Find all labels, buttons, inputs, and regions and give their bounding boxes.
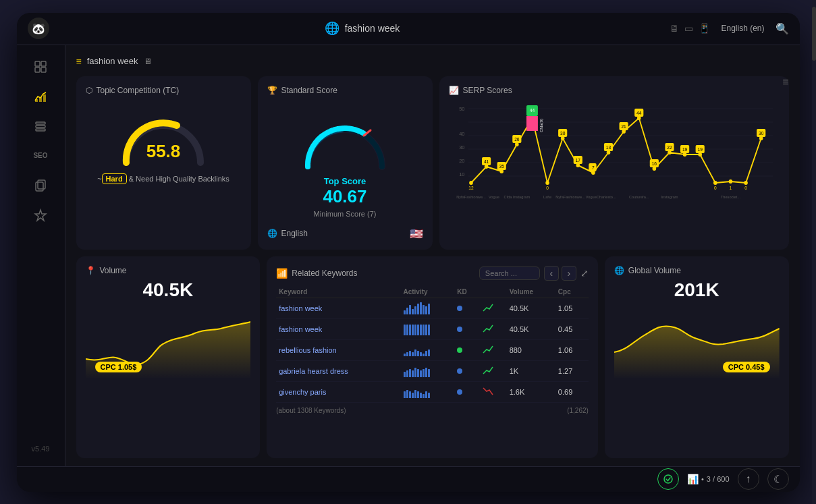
tc-difficulty-label: ~Hard & Need High Quality Backlinks: [97, 173, 229, 184]
kw-kd: [454, 381, 479, 402]
search-icon[interactable]: 🔍: [776, 22, 789, 35]
svg-rect-123: [404, 372, 406, 377]
nav-arrows: ‹ ›: [544, 266, 576, 281]
tablet-view-icon[interactable]: ▭: [684, 23, 693, 34]
svg-rect-97: [414, 306, 416, 314]
svg-text:35: 35: [499, 163, 504, 168]
kw-name[interactable]: givenchy paris: [276, 381, 400, 402]
svg-rect-116: [412, 352, 414, 356]
kw-name[interactable]: gabriela hearst dress: [276, 360, 400, 381]
svg-rect-130: [423, 369, 425, 377]
svg-rect-108: [417, 325, 419, 335]
svg-rect-117: [414, 349, 416, 356]
svg-text:19: 19: [682, 146, 687, 151]
svg-rect-124: [406, 370, 408, 377]
keywords-search: ‹ › ⤢: [479, 266, 589, 281]
svg-text:10: 10: [459, 171, 465, 177]
svg-text:NyfaFashionwe...: NyfaFashionwe...: [555, 194, 585, 198]
svg-text:NyfaFashionwe...: NyfaFashionwe...: [456, 194, 486, 198]
svg-text:17: 17: [575, 157, 580, 162]
svg-rect-106: [412, 325, 414, 335]
svg-point-43: [545, 181, 549, 185]
svg-text:1: 1: [729, 185, 732, 190]
svg-rect-99: [420, 302, 422, 314]
kw-volume: 1.6K: [507, 381, 555, 402]
svg-rect-104: [406, 325, 408, 335]
svg-rect-6: [43, 94, 46, 102]
svg-point-75: [713, 181, 717, 185]
tc-icon: ⬡: [86, 86, 92, 95]
tc-title: ⬡ Topic Competition (TC): [86, 86, 242, 95]
theme-button[interactable]: ☾: [767, 468, 789, 490]
svg-text:VogueCharlesto...: VogueCharlesto...: [585, 194, 616, 198]
kw-volume: 1K: [507, 360, 555, 381]
serp-menu-icon[interactable]: ≡: [782, 76, 788, 88]
svg-rect-7: [36, 122, 45, 124]
svg-rect-3: [41, 67, 46, 72]
kw-name[interactable]: fashion week: [276, 318, 400, 339]
expand-icon[interactable]: ⤢: [580, 268, 589, 279]
kw-cpc: 0.45: [555, 318, 589, 339]
svg-text:Vogue: Vogue: [488, 194, 499, 198]
svg-rect-135: [409, 391, 411, 398]
kw-kd: [454, 360, 479, 381]
col-trend: [480, 286, 507, 298]
ss-footer: 🌐 English 🇺🇸: [267, 227, 423, 240]
kw-activity: [400, 298, 454, 318]
kw-trend: [480, 381, 507, 402]
keywords-footer: (about 1308 Keywords) (1,262): [276, 407, 589, 414]
kw-kd: [454, 318, 479, 339]
svg-rect-11: [38, 180, 45, 189]
save-button[interactable]: [657, 468, 679, 490]
keywords-title: 📶 Related Keywords: [276, 268, 357, 279]
svg-rect-102: [428, 304, 430, 314]
ss-gauge-container: Top Score 40.67 Minimum Score (7): [267, 102, 423, 222]
svg-text:12: 12: [468, 185, 474, 190]
svg-rect-134: [406, 390, 408, 398]
up-button[interactable]: ↑: [738, 468, 759, 490]
keyword-search-input[interactable]: [479, 267, 540, 280]
mobile-view-icon[interactable]: 📱: [699, 23, 710, 34]
svg-rect-0: [35, 61, 40, 66]
svg-text:22: 22: [667, 144, 672, 149]
svg-rect-100: [423, 305, 425, 314]
kw-cpc: 1.06: [555, 339, 589, 360]
svg-rect-93: [404, 310, 406, 314]
svg-rect-120: [423, 354, 425, 356]
kw-cpc: 1.05: [555, 298, 589, 318]
kw-volume: 40.5K: [507, 298, 555, 318]
prev-arrow[interactable]: ‹: [544, 266, 559, 281]
language-label: English (en): [721, 24, 764, 33]
kw-activity: [400, 318, 454, 339]
bottom-bar: 📊 • 3 / 600 ↑ ☾: [17, 466, 800, 492]
svg-text:50: 50: [459, 105, 465, 111]
sidebar-item-copy[interactable]: [26, 172, 55, 199]
kw-name[interactable]: rebellious fashion: [276, 339, 400, 360]
sidebar-item-analytics[interactable]: [26, 83, 55, 110]
svg-rect-127: [414, 368, 416, 377]
content-area: ≡ fashion week 🖥 ⬡ Topic Competition (TC…: [65, 45, 800, 466]
svg-rect-119: [420, 352, 422, 356]
keywords-icon: 📶: [276, 268, 288, 279]
svg-rect-137: [414, 390, 416, 398]
kw-name[interactable]: fashion week: [276, 298, 400, 318]
keywords-header: 📶 Related Keywords ‹ › ⤢: [276, 266, 589, 281]
next-arrow[interactable]: ›: [562, 266, 576, 281]
svg-rect-125: [409, 369, 411, 377]
desktop-view-icon[interactable]: 🖥: [670, 23, 679, 34]
kw-kd: [454, 298, 479, 318]
svg-rect-114: [406, 352, 408, 356]
svg-text:30: 30: [759, 130, 764, 135]
svg-text:Instagram: Instagram: [661, 194, 678, 198]
svg-rect-141: [425, 391, 427, 398]
volume-title: 📍 Volume: [86, 266, 251, 275]
svg-rect-1: [41, 61, 46, 66]
monitor-icon: 🖥: [144, 57, 152, 66]
top-bar-right: 🖥 ▭ 📱 English (en) 🔍: [670, 22, 788, 35]
kw-activity: [400, 381, 454, 402]
sidebar-item-grid[interactable]: [26, 53, 55, 80]
sidebar-item-seo[interactable]: SEO: [26, 142, 55, 169]
sidebar-item-layers[interactable]: [26, 113, 55, 140]
volume-icon: 📍: [86, 266, 96, 275]
sidebar-item-magic[interactable]: [26, 202, 55, 229]
